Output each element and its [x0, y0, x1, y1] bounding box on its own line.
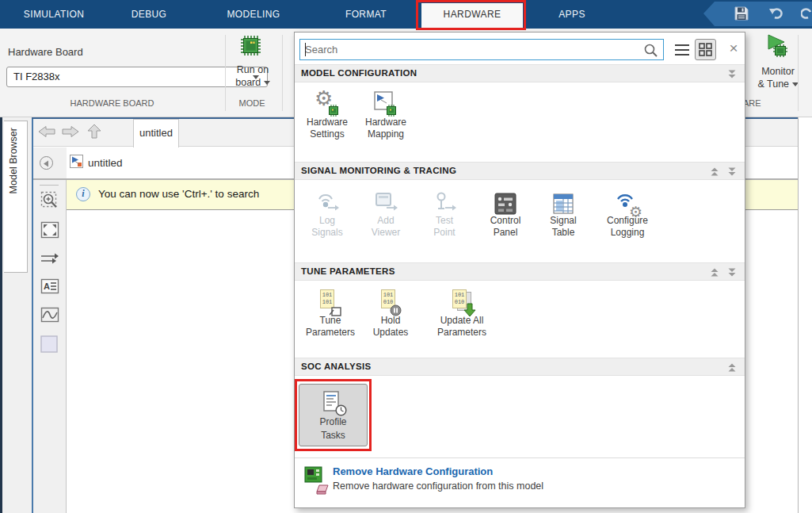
test-point-icon [431, 185, 458, 215]
collapse-circle-icon[interactable] [40, 156, 53, 170]
svg-text:A: A [44, 281, 50, 291]
list-view-icon[interactable] [673, 41, 691, 59]
redo-icon-partial[interactable] [801, 6, 812, 24]
item-label: Control [490, 215, 521, 227]
item-test-point: Test Point [415, 185, 474, 239]
item-hardware-mapping[interactable]: Hardware Mapping [356, 86, 415, 140]
item-label: Mapping [368, 128, 404, 140]
chip-icon [327, 105, 340, 117]
item-label: Parameters [437, 327, 486, 339]
chevron-double-up-icon[interactable] [710, 167, 719, 177]
item-label: Tune [320, 315, 341, 327]
item-label: Hold [381, 315, 401, 327]
run-on-hardware-section-label-partial: ARE [743, 98, 767, 108]
item-control-panel[interactable]: Control Panel [474, 185, 537, 239]
update-all-parameters-icon: 101010 [449, 285, 475, 315]
breadcrumb-left-cell [33, 147, 67, 178]
back-arrow-icon[interactable] [38, 125, 55, 141]
item-label: Updates [373, 327, 409, 339]
document-tab-untitled[interactable]: untitled [133, 119, 179, 147]
annotation-icon[interactable]: A [40, 278, 59, 297]
title-bar: SIMULATION DEBUG MODELING FORMAT HARDWAR… [0, 0, 812, 29]
up-arrow-icon[interactable] [87, 124, 101, 143]
section-header-tune-parameters: TUNE PARAMETERS [295, 262, 745, 281]
mode-section-label: MODE [227, 98, 277, 108]
remove-hardware-title: Remove Hardware Configuration [333, 465, 493, 477]
text-cursor [305, 43, 306, 56]
chip-icon [385, 105, 398, 117]
item-label: Test [436, 215, 453, 227]
item-hold-updates[interactable]: 101010 Hold Updates [363, 285, 418, 339]
item-label: Signal [550, 215, 576, 227]
search-input[interactable] [302, 40, 642, 59]
chevron-double-down-icon[interactable] [727, 69, 737, 79]
fit-to-view-icon[interactable] [40, 221, 59, 242]
ribbon-divider [282, 35, 283, 111]
undo-icon[interactable] [768, 6, 784, 24]
hold-updates-icon: 101010 [379, 285, 402, 315]
tab-modeling[interactable]: MODELING [215, 0, 292, 29]
item-label: Log [319, 215, 335, 227]
section-title: SIGNAL MONITORING & TRACING [301, 166, 456, 175]
swatch-icon[interactable] [40, 335, 58, 356]
signal-table-icon [552, 185, 574, 215]
item-label: Parameters [306, 327, 355, 339]
tab-apps[interactable]: APPS [534, 0, 610, 29]
chevron-double-up-icon[interactable] [710, 267, 719, 278]
editor-border [798, 117, 799, 513]
item-label: Signals [311, 227, 342, 239]
ribbon-divider [798, 35, 799, 111]
gear-icon: ⚙ [629, 203, 642, 221]
hardware-board-section-label: HARDWARE BOARD [0, 98, 224, 108]
item-add-viewer: Add Viewer [356, 185, 415, 239]
section-header-model-configuration: MODEL CONFIGURATION [295, 64, 745, 82]
remove-hardware-configuration-item[interactable]: Remove Hardware Configuration Remove har… [295, 458, 745, 507]
item-signal-table[interactable]: Signal Table [537, 185, 589, 239]
hardware-board-label: Hardware Board [8, 46, 83, 58]
remove-hardware-icon [304, 466, 328, 495]
monitor-tune-button[interactable]: Monitor & Tune [748, 65, 808, 90]
eraser-icon [315, 484, 330, 495]
control-panel-icon [494, 185, 517, 215]
tab-hardware[interactable]: HARDWARE [421, 0, 523, 29]
hardware-settings-icon: ⚙ [315, 86, 340, 117]
sidebar-tab-model-browser[interactable]: Model Browser [4, 121, 28, 273]
breadcrumb[interactable]: untitled [70, 155, 123, 170]
save-icon[interactable] [734, 6, 749, 25]
zoom-region-icon[interactable] [40, 191, 59, 213]
item-label: Add [377, 215, 394, 227]
image-curve-icon[interactable] [40, 307, 59, 326]
chevron-double-down-icon[interactable] [727, 167, 737, 177]
tab-simulation[interactable]: SIMULATION [16, 0, 92, 29]
close-icon[interactable]: × [725, 39, 742, 58]
chevron-double-down-icon[interactable] [727, 267, 737, 278]
item-label: Point [433, 227, 455, 239]
notification-text: You can now use 'Ctrl+.' to search [98, 188, 259, 200]
item-label: Viewer [372, 227, 400, 239]
tab-debug[interactable]: DEBUG [111, 0, 187, 29]
run-on-board-label-2: board [235, 77, 261, 88]
tab-format[interactable]: FORMAT [328, 0, 404, 29]
tune-parameters-icon: 101101 [318, 285, 342, 315]
grid-view-button[interactable] [695, 39, 716, 60]
configure-logging-icon: ⚙ [614, 185, 641, 215]
info-icon: i [76, 187, 90, 201]
model-browser-label: Model Browser [8, 128, 19, 193]
item-tune-parameters[interactable]: 101101 Tune Parameters [298, 285, 363, 339]
add-viewer-icon [372, 185, 399, 215]
item-hardware-settings[interactable]: ⚙ Hardware Settings [298, 86, 356, 140]
section-title: SOC ANALYSIS [301, 362, 371, 371]
chevron-down-icon [264, 81, 270, 85]
item-label: Hardware [307, 117, 348, 128]
run-on-board-button[interactable]: Run on board [228, 63, 277, 89]
log-signals-icon [314, 185, 341, 215]
hardware-gallery-panel: × MODEL CONFIGURATION ⚙ Hardware [294, 32, 745, 508]
item-label: Settings [310, 128, 344, 140]
simulink-model-icon [70, 155, 83, 170]
resize-arrows-icon[interactable] [40, 251, 59, 269]
item-configure-logging[interactable]: ⚙ Configure Logging [589, 185, 665, 239]
chevron-double-up-icon[interactable] [727, 362, 737, 373]
forward-arrow-icon[interactable] [62, 125, 79, 141]
item-update-all-parameters[interactable]: 101010 Update All Parameters [418, 285, 505, 339]
palette-divider [40, 185, 59, 186]
